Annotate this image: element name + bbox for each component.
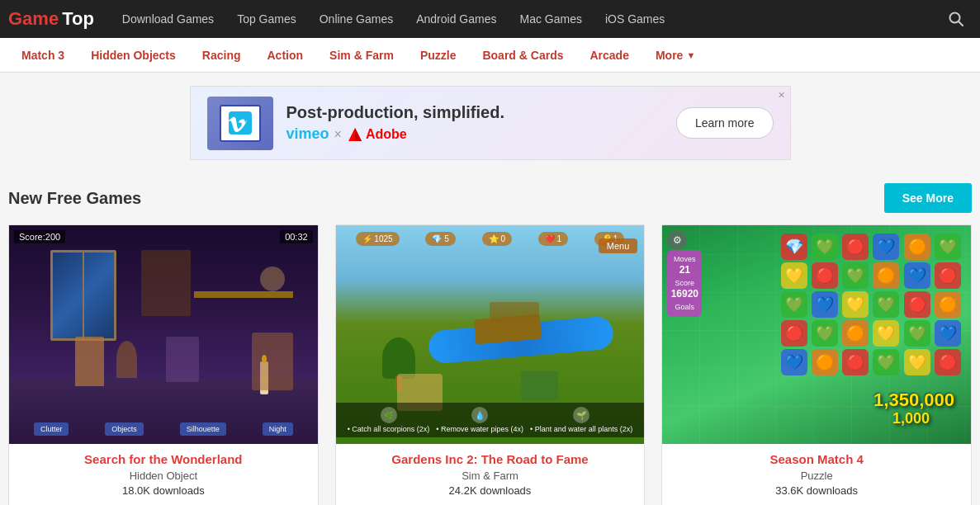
nav-top-games[interactable]: Top Games	[225, 0, 308, 38]
room-window	[50, 250, 116, 341]
gem-19: 🔴	[781, 320, 807, 347]
gem-9: 💚	[842, 262, 869, 289]
logo-top-text: Top	[62, 8, 94, 30]
game3-genre: Puzzle	[672, 470, 961, 482]
game1-genre: Hidden Object	[19, 470, 308, 482]
room-cabinet	[252, 333, 293, 390]
game3-downloads: 33.6K downloads	[672, 484, 961, 497]
top-nav-links: Download Games Top Games Online Games An…	[111, 0, 940, 38]
farm-goal-3: 🌱 • Plant and water all plants (2x)	[530, 407, 632, 433]
game3-moves-label: Moves	[674, 255, 696, 264]
farm-goal-1: 🌿 • Catch all scorpions (2x)	[348, 407, 430, 433]
game-card-3[interactable]: ⚙ Moves 21 Score 16920 Goals	[661, 224, 972, 505]
cat-action[interactable]: Action	[254, 38, 317, 73]
nav-download-games[interactable]: Download Games	[111, 0, 225, 38]
game2-title[interactable]: Gardens Inc 2: The Road to Fame	[346, 452, 635, 466]
gem-16: 💚	[873, 291, 899, 318]
game3-small-score: 1,000	[892, 410, 930, 427]
ad-thumbnail-inner	[220, 105, 261, 142]
gem-1: 💎	[781, 234, 807, 260]
room-mirror	[141, 250, 191, 316]
room-bottle	[166, 337, 199, 382]
game3-moves-stat: Moves 21	[674, 255, 696, 276]
gem-18: 🟠	[935, 291, 961, 318]
game1-info: Search for the Wonderland Hidden Object …	[9, 444, 318, 505]
garden-currency-2: 💎 5	[425, 232, 455, 246]
game-thumbnail-3: ⚙ Moves 21 Score 16920 Goals	[662, 225, 971, 444]
cat-sim-farm[interactable]: Sim & Farm	[316, 38, 407, 73]
farm-goal-icon-3: 🌱	[573, 407, 589, 423]
farm-goals-bar: 🌿 • Catch all scorpions (2x) 💧 • Remove …	[336, 403, 645, 437]
game3-goals-label: Goals	[675, 303, 695, 312]
game1-downloads: 18.0K downloads	[19, 484, 308, 497]
cat-racing[interactable]: Racing	[189, 38, 254, 73]
farm-goal-icon-2: 💧	[471, 407, 488, 423]
gem-13: 💚	[781, 291, 807, 318]
game3-gem-grid: 💎 💚 🔴 💙 🟠 💚 💛 🔴 💚 🟠 💙 🔴 💚 💙 💛 💚	[781, 234, 963, 375]
game3-info: Season Match 4 Puzzle 33.6K downloads	[662, 444, 971, 505]
ad-thumbnail	[207, 97, 273, 150]
cat-match3[interactable]: Match 3	[8, 38, 78, 73]
see-more-button[interactable]: See More	[884, 183, 972, 213]
cat-puzzle[interactable]: Puzzle	[407, 38, 470, 73]
svg-marker-4	[355, 128, 362, 141]
game-card-2[interactable]: ⚡ 1025 💎 5 ⭐ 0 ❤️ 1 🔑 1 Menu 🌿 • Catch a…	[335, 224, 646, 505]
cat-nav-links: Match 3 Hidden Objects Racing Action Sim…	[8, 38, 708, 73]
room-item-b	[116, 341, 137, 378]
main-content: New Free Games See More Score:200 00:32	[0, 170, 980, 505]
gem-25: 💙	[781, 349, 807, 375]
game3-hud-left: Moves 21 Score 16920 Goals	[667, 250, 702, 317]
game3-gear-icon: ⚙	[667, 230, 687, 250]
gem-17: 🔴	[904, 291, 930, 318]
game3-score-label: Score	[671, 279, 698, 288]
game2-genre: Sim & Farm	[346, 470, 635, 482]
vimeo-icon	[229, 111, 252, 135]
gem-4: 💙	[873, 234, 899, 260]
game-card-1[interactable]: Score:200 00:32 Clutter Objects Silhouet…	[8, 224, 319, 505]
cat-more[interactable]: More ▼	[642, 38, 708, 73]
cat-arcade[interactable]: Arcade	[576, 38, 641, 73]
gem-7: 💛	[781, 262, 807, 289]
adobe-icon	[347, 126, 363, 143]
nav-android-games[interactable]: Android Games	[405, 0, 508, 38]
farm-field	[521, 371, 558, 400]
garden-menu-btn: Menu	[599, 238, 638, 253]
gem-26: 🟠	[812, 349, 838, 375]
gem-3: 🔴	[842, 234, 869, 260]
cat-hidden-objects[interactable]: Hidden Objects	[78, 38, 189, 73]
gem-20: 💚	[812, 320, 838, 347]
nav-online-games[interactable]: Online Games	[308, 0, 405, 38]
ad-brand: vimeo × Adobe	[286, 125, 504, 143]
game1-btn1: Clutter	[34, 422, 69, 436]
farm-goal-label: • Catch all scorpions (2x)	[348, 425, 430, 433]
game1-bottom-bar: Clutter Objects Silhouette Night	[9, 422, 318, 436]
logo-game-text: Game	[8, 8, 59, 30]
room-orb	[260, 267, 285, 291]
farm-goal-label3: • Plant and water all plants (2x)	[530, 425, 632, 433]
gem-6: 💚	[935, 234, 961, 260]
game3-title[interactable]: Season Match 4	[672, 452, 961, 466]
gem-30: 🔴	[935, 349, 961, 375]
cat-board-cards[interactable]: Board & Cards	[469, 38, 576, 73]
nav-mac-games[interactable]: Mac Games	[508, 0, 593, 38]
game-thumbnail-1: Score:200 00:32 Clutter Objects Silhouet…	[9, 225, 318, 444]
game3-score-stat: Score 16920	[671, 279, 698, 300]
gem-2: 💚	[812, 234, 838, 260]
more-arrow-icon: ▼	[686, 50, 695, 60]
game1-title[interactable]: Search for the Wonderland	[19, 452, 308, 466]
ad-text-content: Post-production, simplified. vimeo × Ado…	[286, 103, 504, 143]
game1-btn3: Silhouette	[180, 422, 226, 436]
ad-close-icon[interactable]: ✕	[778, 90, 785, 101]
category-navigation: Match 3 Hidden Objects Racing Action Sim…	[0, 38, 980, 73]
ad-vimeo-brand: vimeo	[286, 125, 329, 143]
site-logo[interactable]: Game Top	[8, 8, 94, 30]
room-item-a	[75, 337, 104, 386]
game-thumbnail-2: ⚡ 1025 💎 5 ⭐ 0 ❤️ 1 🔑 1 Menu 🌿 • Catch a…	[336, 225, 645, 444]
gem-22: 💛	[873, 320, 899, 347]
ad-learn-more-button[interactable]: Learn more	[676, 107, 774, 139]
search-icon-button[interactable]	[940, 0, 972, 38]
nav-ios-games[interactable]: iOS Games	[594, 0, 676, 38]
ad-adobe-brand: Adobe	[366, 127, 407, 142]
gem-21: 🟠	[842, 320, 869, 347]
gem-29: 💛	[904, 349, 930, 375]
